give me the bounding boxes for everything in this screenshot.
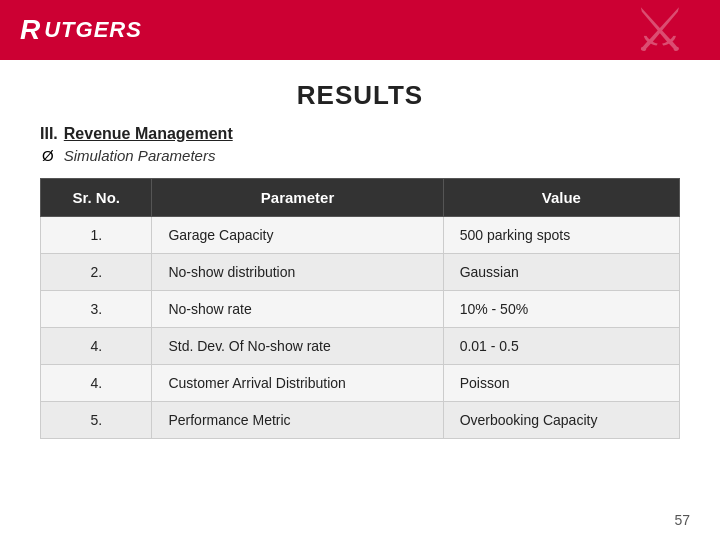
cell-parameter: No-show rate xyxy=(152,291,443,328)
logo-text: UTGERS xyxy=(44,17,142,43)
table-header-row: Sr. No. Parameter Value xyxy=(41,179,680,217)
bullet-symbol: Ø xyxy=(42,147,54,164)
section-number: III. xyxy=(40,125,58,143)
header-bar: R UTGERS ⚔ xyxy=(0,0,720,60)
cell-parameter: Garage Capacity xyxy=(152,217,443,254)
cell-value: 0.01 - 0.5 xyxy=(443,328,679,365)
cell-srno: 3. xyxy=(41,291,152,328)
col-header-value: Value xyxy=(443,179,679,217)
params-table: Sr. No. Parameter Value 1.Garage Capacit… xyxy=(40,178,680,439)
section-subheading: Simulation Parameters xyxy=(64,147,216,164)
cell-value: Overbooking Capacity xyxy=(443,402,679,439)
table-row: 3.No-show rate10% - 50% xyxy=(41,291,680,328)
cell-value: Poisson xyxy=(443,365,679,402)
table-row: 4.Customer Arrival DistributionPoisson xyxy=(41,365,680,402)
page-title: RESULTS xyxy=(40,80,680,111)
table-row: 5.Performance MetricOverbooking Capacity xyxy=(41,402,680,439)
col-header-srno: Sr. No. xyxy=(41,179,152,217)
section-heading: Revenue Management xyxy=(64,125,233,143)
cell-parameter: Performance Metric xyxy=(152,402,443,439)
table-row: 4.Std. Dev. Of No-show rate0.01 - 0.5 xyxy=(41,328,680,365)
cell-value: 10% - 50% xyxy=(443,291,679,328)
table-row: 1.Garage Capacity500 parking spots xyxy=(41,217,680,254)
cell-srno: 1. xyxy=(41,217,152,254)
cell-parameter: Std. Dev. Of No-show rate xyxy=(152,328,443,365)
logo-r: R xyxy=(20,14,40,46)
cell-srno: 5. xyxy=(41,402,152,439)
table-row: 2.No-show distributionGaussian xyxy=(41,254,680,291)
watermark-icon: ⚔ xyxy=(620,0,700,60)
cell-srno: 4. xyxy=(41,328,152,365)
main-content: RESULTS III. Revenue Management Ø Simula… xyxy=(0,60,720,459)
cell-srno: 4. xyxy=(41,365,152,402)
cell-parameter: Customer Arrival Distribution xyxy=(152,365,443,402)
col-header-parameter: Parameter xyxy=(152,179,443,217)
cell-parameter: No-show distribution xyxy=(152,254,443,291)
cell-value: Gaussian xyxy=(443,254,679,291)
cell-srno: 2. xyxy=(41,254,152,291)
page-number: 57 xyxy=(674,512,690,528)
cell-value: 500 parking spots xyxy=(443,217,679,254)
